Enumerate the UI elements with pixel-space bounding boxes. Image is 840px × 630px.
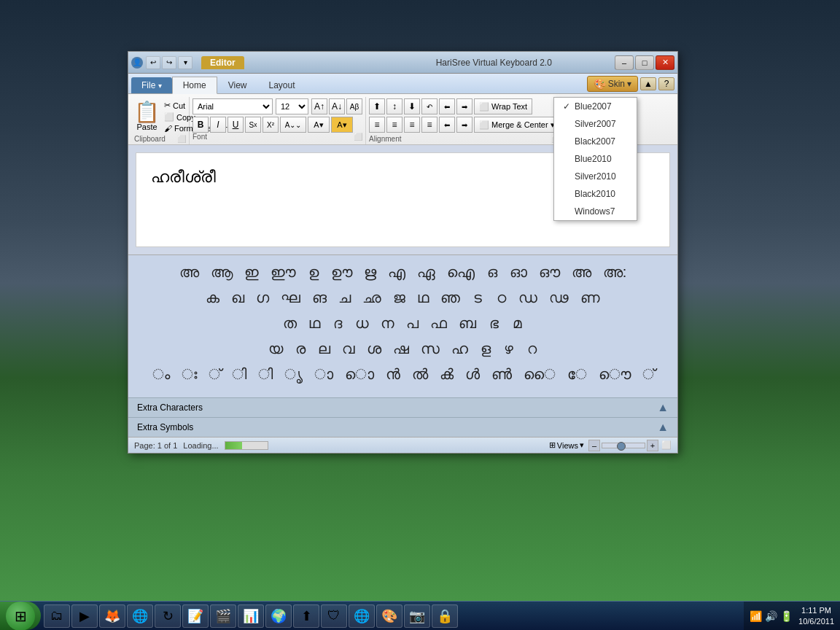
qa-dropdown[interactable]: ▾ [178,56,192,69]
key-d6[interactable]: ഷ [390,339,412,359]
redo-button[interactable]: ↪ [162,56,176,69]
key-d4[interactable]: വ [339,339,358,359]
taskbar-office[interactable]: 📊 [238,604,264,628]
key-a13[interactable]: ഔ [536,262,563,282]
key-d7[interactable]: സ [418,339,443,359]
highlight-button[interactable]: A▾ [331,117,353,133]
taskbar-extra1[interactable]: 📷 [404,604,430,628]
taskbar-film[interactable]: 🎬 [210,604,236,628]
help-button[interactable]: ? [658,77,674,90]
align-right-button[interactable]: ≡ [404,117,420,133]
key-b9[interactable]: ഥ [414,288,432,308]
key-a3[interactable]: ഇ [241,262,262,282]
skin-button[interactable]: 🎨 Skin ▾ ✓ Blue2007 Silver2007 [587,76,638,92]
key-d9[interactable]: ള [477,339,494,359]
key-b13[interactable]: ഡ [516,288,540,308]
key-e14[interactable]: ൈ [521,365,559,384]
key-d2[interactable]: ര [292,339,309,359]
underline-button[interactable]: U [228,117,244,133]
rtl-button[interactable]: ⬅ [439,117,455,133]
zoom-out-button[interactable]: – [588,440,600,451]
key-a6[interactable]: ഊ [328,262,355,282]
indent-right-button[interactable]: ➡ [456,98,472,114]
font-expand[interactable]: ⬜ [354,133,362,141]
close-button[interactable]: ✕ [656,55,674,70]
skin-item-black2007[interactable]: Black2007 [554,133,637,150]
key-b4[interactable]: ഘ [278,288,303,308]
key-e5[interactable]: ി [255,365,276,384]
key-e2[interactable]: ഃ [179,365,200,384]
justify-button[interactable]: ≡ [421,117,438,133]
key-d11[interactable]: റ [524,339,541,359]
home-tab[interactable]: Home [172,77,217,94]
editor-tab[interactable]: Editor [201,56,244,69]
key-c8[interactable]: ബ [456,314,479,333]
align-middle-button[interactable]: ↕ [386,98,402,114]
taskbar-extra2[interactable]: 🔒 [432,604,458,628]
key-a7[interactable]: ഋ [361,262,379,282]
strikethrough-button[interactable]: Sx [245,117,261,133]
key-e9[interactable]: ൻ [383,365,403,384]
skin-item-blue2010[interactable]: Blue2010 [554,150,637,168]
key-c10[interactable]: മ [508,314,526,333]
bold-button[interactable]: B [192,117,209,133]
taskbar-globe2[interactable]: 🌐 [349,604,375,628]
view-tab[interactable]: View [217,77,258,93]
key-a12[interactable]: ഓ [507,262,530,282]
decrease-font-button[interactable]: A↓ [329,98,345,114]
key-b14[interactable]: ഢ [546,288,572,308]
key-a2[interactable]: ആ [208,262,236,282]
key-b11[interactable]: ട [469,288,486,308]
italic-button[interactable]: I [210,117,226,133]
text-direction-button[interactable]: ↶ [421,98,438,114]
taskbar-explorer[interactable]: 🗂 [44,604,70,628]
skin-item-silver2010[interactable]: Silver2010 [554,168,637,185]
extra-symbols-section[interactable]: Extra Symbols ▲ [128,417,677,437]
key-a4[interactable]: ഈ [268,262,299,282]
key-b12[interactable]: ഠ [492,288,510,308]
taskbar-chrome[interactable]: 🌐 [127,604,153,628]
key-d5[interactable]: ശ [364,339,384,359]
views-button[interactable]: ⊞ Views ▾ [549,440,584,450]
minimize-button[interactable]: – [615,55,634,70]
key-c6[interactable]: പ [403,314,421,333]
align-center-button[interactable]: ≡ [386,117,402,133]
key-b5[interactable]: ങ [309,288,330,308]
key-a8[interactable]: എ [385,262,408,282]
key-e1[interactable]: ം [149,365,173,384]
key-b3[interactable]: ഗ [253,288,272,308]
skin-item-black2010[interactable]: Black2010 [554,185,637,203]
merge-center-button[interactable]: ⬜ Merge & Center ▾ [474,117,560,133]
zoom-slider[interactable] [602,443,645,448]
ltr-button[interactable]: ➡ [456,117,472,133]
ribbon-up-button[interactable]: ▲ [640,77,656,90]
key-a9[interactable]: ഏ [414,262,438,282]
key-e11[interactable]: ൿ [437,365,456,384]
font-size-dropdown-button[interactable]: A⌄⌄ [280,117,306,133]
key-c7[interactable]: ഫ [427,314,450,333]
key-d8[interactable]: ഹ [448,339,471,359]
key-d1[interactable]: യ [265,339,286,359]
maximize-button[interactable]: □ [635,55,654,70]
key-e16[interactable]: ൌ [596,365,634,384]
align-top-button[interactable]: ⬆ [369,98,385,114]
key-c9[interactable]: ഭ [485,314,502,333]
key-c2[interactable]: ഥ [306,314,323,333]
key-b10[interactable]: ഞ [438,288,463,308]
taskbar-paint[interactable]: 🎨 [376,604,402,628]
start-button[interactable]: ⊞ [0,602,41,630]
zoom-thumb[interactable] [617,442,626,451]
key-c5[interactable]: ന [378,314,397,333]
align-left-button[interactable]: ≡ [369,117,385,133]
font-name-select[interactable]: Arial [192,98,273,114]
key-b2[interactable]: ഖ [228,288,247,308]
key-e3[interactable]: ് [206,365,223,384]
clipboard-expand[interactable]: ⬜ [177,135,186,143]
key-a15[interactable]: അ: [600,262,630,282]
key-e10[interactable]: ൽ [409,365,431,384]
wrap-text-button[interactable]: ⬜ Wrap Text [474,98,532,114]
key-b15[interactable]: ണ [578,288,603,308]
file-tab[interactable]: File ▾ [131,77,172,93]
extra-characters-section[interactable]: Extra Characters ▲ [128,397,677,417]
key-e17[interactable]: ്‍ [639,365,657,384]
